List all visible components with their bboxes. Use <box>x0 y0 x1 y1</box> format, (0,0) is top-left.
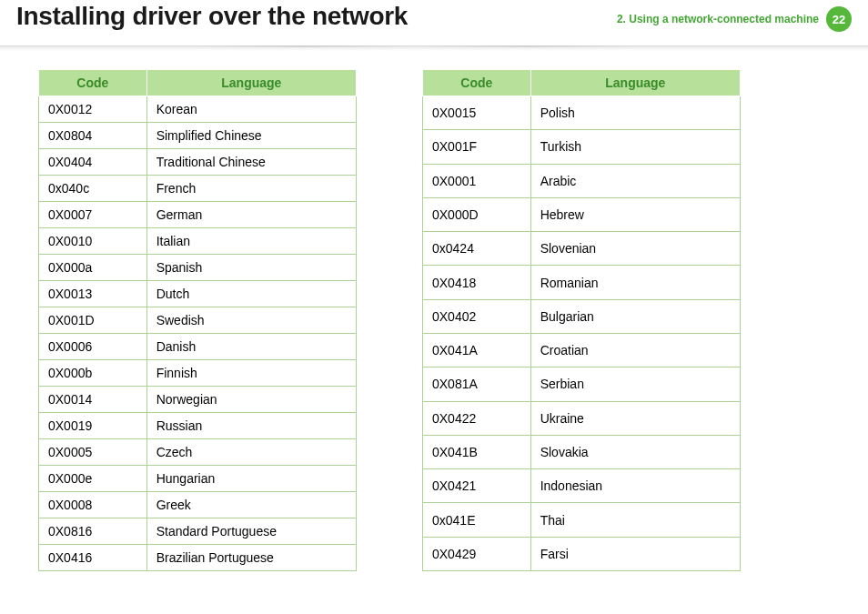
language-cell: Slovakia <box>530 435 740 468</box>
code-cell: 0x040c <box>39 176 147 202</box>
table-row: 0X000eHungarian <box>39 466 357 492</box>
language-code-table-left: Code Language 0X0012Korean0X0804Simplifi… <box>38 69 357 571</box>
language-cell: Serbian <box>530 367 740 401</box>
table-row: 0x041EThai <box>423 503 741 537</box>
table-row: 0X0012Korean <box>39 96 357 123</box>
code-cell: 0X0013 <box>39 281 147 307</box>
language-cell: Norwegian <box>146 387 356 413</box>
language-cell: Ukraine <box>530 401 740 435</box>
code-cell: 0X0007 <box>39 202 147 228</box>
language-cell: Czech <box>146 439 356 466</box>
table-row: 0X0007German <box>39 202 357 228</box>
table-row: 0X0429Farsi <box>423 537 741 570</box>
column-header-code: Code <box>423 70 531 96</box>
table-row: 0X0013Dutch <box>39 281 357 307</box>
language-cell: Hebrew <box>530 197 740 231</box>
table-row: 0X0019Russian <box>39 413 357 439</box>
table-row: 0X0005Czech <box>39 439 357 466</box>
table-row: 0X0015Polish <box>423 96 741 130</box>
language-cell: Dutch <box>146 281 356 307</box>
language-cell: Turkish <box>530 130 740 164</box>
language-cell: Traditional Chinese <box>146 149 356 176</box>
language-cell: Simplified Chinese <box>146 123 356 149</box>
code-cell: 0X001F <box>423 130 531 164</box>
table-row: 0X0416Brazilian Portuguese <box>39 545 357 571</box>
code-cell: 0X000e <box>39 466 147 492</box>
language-code-table-right: Code Language 0X0015Polish0X001FTurkish0… <box>422 69 741 571</box>
code-cell: 0X0001 <box>423 164 531 197</box>
language-cell: Slovenian <box>530 232 740 266</box>
table-header-row: Code Language <box>39 70 357 96</box>
table-row: 0X000DHebrew <box>423 197 741 231</box>
code-cell: 0X0402 <box>423 299 531 333</box>
language-cell: Indonesian <box>530 469 740 503</box>
language-cell: Hungarian <box>146 466 356 492</box>
language-cell: Spanish <box>146 255 356 281</box>
column-header-code: Code <box>39 70 147 96</box>
code-cell: 0X001D <box>39 307 147 334</box>
page-header: Installing driver over the network 2. Us… <box>0 0 868 45</box>
content-area: Code Language 0X0012Korean0X0804Simplifi… <box>0 69 868 571</box>
table-row: 0x040cFrench <box>39 176 357 202</box>
code-cell: 0X0005 <box>39 439 147 466</box>
code-cell: 0X0422 <box>423 401 531 435</box>
code-cell: 0X0006 <box>39 334 147 360</box>
language-cell: Standard Portuguese <box>146 518 356 545</box>
language-cell: Polish <box>530 96 740 130</box>
code-cell: 0X0010 <box>39 228 147 255</box>
language-cell: Romanian <box>530 266 740 299</box>
header-separator <box>0 45 868 51</box>
code-cell: 0X0416 <box>39 545 147 571</box>
language-cell: German <box>146 202 356 228</box>
column-header-language: Language <box>146 70 356 96</box>
language-cell: Arabic <box>530 164 740 197</box>
table-row: 0X0804Simplified Chinese <box>39 123 357 149</box>
table-row: 0X001DSwedish <box>39 307 357 334</box>
language-cell: Bulgarian <box>530 299 740 333</box>
table-row: 0X0001Arabic <box>423 164 741 197</box>
table-row: 0X0816Standard Portuguese <box>39 518 357 545</box>
code-cell: 0X0008 <box>39 492 147 518</box>
code-cell: 0X0012 <box>39 96 147 123</box>
code-cell: 0x041E <box>423 503 531 537</box>
language-cell: Italian <box>146 228 356 255</box>
code-cell: 0X0816 <box>39 518 147 545</box>
page-title: Installing driver over the network <box>16 2 617 31</box>
code-cell: 0X000D <box>423 197 531 231</box>
table-row: 0X041BSlovakia <box>423 435 741 468</box>
chapter-label: 2. Using a network-connected machine <box>617 13 819 25</box>
table-row: 0X000aSpanish <box>39 255 357 281</box>
table-row: 0X0006Danish <box>39 334 357 360</box>
code-cell: 0X0019 <box>39 413 147 439</box>
code-cell: 0X000a <box>39 255 147 281</box>
code-cell: 0X0804 <box>39 123 147 149</box>
language-cell: Korean <box>146 96 356 123</box>
code-cell: 0x0424 <box>423 232 531 266</box>
code-cell: 0X000b <box>39 360 147 387</box>
language-cell: Greek <box>146 492 356 518</box>
language-cell: Danish <box>146 334 356 360</box>
language-cell: Thai <box>530 503 740 537</box>
table-row: 0X0008Greek <box>39 492 357 518</box>
table-row: 0X0422Ukraine <box>423 401 741 435</box>
table-row: 0X0402Bulgarian <box>423 299 741 333</box>
table-row: 0X000bFinnish <box>39 360 357 387</box>
column-header-language: Language <box>530 70 740 96</box>
code-cell: 0X081A <box>423 367 531 401</box>
code-cell: 0X0421 <box>423 469 531 503</box>
table-row: 0X0010Italian <box>39 228 357 255</box>
table-row: 0X001FTurkish <box>423 130 741 164</box>
table-header-row: Code Language <box>423 70 741 96</box>
language-cell: Farsi <box>530 537 740 570</box>
code-cell: 0X041B <box>423 435 531 468</box>
language-cell: French <box>146 176 356 202</box>
table-row: 0X0014Norwegian <box>39 387 357 413</box>
code-cell: 0X041A <box>423 333 531 367</box>
page-number-badge: 22 <box>826 6 852 32</box>
code-cell: 0X0418 <box>423 266 531 299</box>
table-row: 0X0418Romanian <box>423 266 741 299</box>
table-row: 0X0421Indonesian <box>423 469 741 503</box>
table-row: 0X081ASerbian <box>423 367 741 401</box>
code-cell: 0X0014 <box>39 387 147 413</box>
language-cell: Russian <box>146 413 356 439</box>
